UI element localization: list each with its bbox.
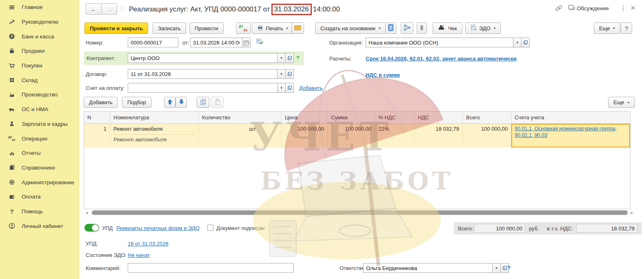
cell-total[interactable]: 100 000,00 [463, 124, 511, 147]
contract-input[interactable] [128, 69, 278, 79]
sidebar-item-purchases[interactable]: Покупки [0, 58, 79, 73]
number-input[interactable] [128, 38, 178, 47]
sidebar-item-reports[interactable]: Отчеты [0, 146, 79, 161]
post-button[interactable]: Провести [189, 22, 224, 34]
scroll-right-icon[interactable]: ► [630, 211, 634, 215]
column-header[interactable]: НДС [415, 112, 463, 123]
account-icon [7, 223, 16, 229]
counterparty-help-icon[interactable]: ? [296, 55, 300, 61]
sidebar-item-bank-cash[interactable]: Банк и касса [0, 29, 79, 44]
set-posting-time-icon[interactable] [256, 38, 263, 46]
sidebar-item-salary-hr[interactable]: Зарплата и кадры [0, 117, 79, 132]
open-icon[interactable] [286, 53, 294, 63]
sidebar-item-help[interactable]: ? Помощь [0, 204, 79, 219]
responsible-help-icon[interactable]: ? [507, 265, 511, 271]
scrollbar-thumb[interactable] [92, 210, 628, 215]
invoice-add-link[interactable]: Добавить [299, 85, 322, 91]
forward-button[interactable]: → [101, 3, 117, 15]
cell-nomenclature[interactable]: Ремонт автомобиля Ремонт автомобиля [110, 124, 199, 147]
open-icon[interactable] [286, 69, 294, 79]
vat-mode-link[interactable]: НДС в сумме [366, 72, 400, 78]
discussion-label[interactable]: Обсуждение [577, 5, 609, 11]
nomenclature-name[interactable]: Ремонт автомобиля [113, 126, 195, 135]
chevron-down-icon[interactable]: ▾ [278, 83, 286, 93]
more-menu-icon[interactable]: ⋮ [620, 4, 626, 12]
sidebar-item-personal-account[interactable]: Личный кабинет [0, 219, 79, 233]
print-forms-requisites-link[interactable]: Реквизиты печатных форм и ЭДО [116, 225, 200, 231]
more-button[interactable]: Еще▾ [594, 22, 620, 34]
open-icon[interactable] [286, 83, 294, 93]
cell-amount[interactable]: 100 000,00 [328, 124, 375, 147]
settlements-link[interactable]: Срок 16.04.2026, 62.01, 62.02, зачет ава… [366, 56, 517, 62]
edo-button[interactable]: ЭДО▾ [465, 22, 501, 34]
column-header[interactable]: Всего [463, 112, 511, 123]
sidebar-item-sales[interactable]: Продажи [0, 44, 79, 58]
cell-line-number[interactable]: 1 [84, 124, 110, 147]
chevron-down-icon[interactable]: ▾ [493, 263, 501, 273]
sidebar-item-administration[interactable]: Администрирование [0, 175, 79, 190]
counterparty-input[interactable] [128, 53, 278, 63]
chevron-down-icon[interactable]: ▾ [278, 69, 286, 79]
column-header[interactable]: Сумма [328, 112, 375, 123]
sidebar-item-main[interactable]: Главное [0, 0, 79, 15]
scroll-left-icon[interactable]: ◄ [85, 211, 89, 215]
upd-toggle[interactable] [84, 224, 99, 232]
document-signed-checkbox[interactable] [207, 225, 213, 231]
copy-button[interactable] [197, 97, 209, 108]
help-button[interactable]: ? [621, 22, 632, 34]
print-button[interactable]: Печать▾ [252, 22, 293, 34]
back-button[interactable]: ← [86, 3, 102, 15]
sidebar-item-warehouse[interactable]: Склад [0, 73, 79, 87]
row-pick-button[interactable]: Подбор [122, 97, 151, 108]
email-button[interactable] [291, 22, 304, 34]
open-icon[interactable] [522, 38, 530, 47]
comment-input[interactable] [128, 263, 294, 273]
chevron-down-icon[interactable]: ▾ [278, 53, 286, 63]
sidebar-item-fixed-assets[interactable]: ОС и НМА [0, 102, 79, 117]
column-header[interactable]: N [84, 112, 110, 123]
column-header[interactable]: Номенклатура [110, 112, 199, 123]
post-and-close-button[interactable]: Провести и закрыть [84, 22, 148, 34]
favorite-star-icon[interactable]: ☆ [119, 4, 126, 13]
move-up-button[interactable] [164, 97, 175, 108]
discussion-icon[interactable] [568, 5, 576, 13]
create-based-on-button[interactable]: Создать на основании▾ [315, 22, 386, 34]
close-icon[interactable]: × [631, 3, 635, 13]
column-header[interactable]: Количество [199, 112, 282, 123]
sidebar-item-production[interactable]: Производство [0, 87, 79, 102]
cell-accounts[interactable]: 90.01.1, Основная номенклатурная группа,… [511, 124, 630, 147]
cell-price[interactable]: 100 000,00 [282, 124, 328, 147]
row-add-button[interactable]: Добавить [84, 97, 118, 108]
organization-input[interactable] [366, 38, 513, 47]
calendar-icon[interactable] [242, 38, 251, 47]
column-header[interactable]: Счета учета [511, 112, 630, 123]
upd-document-link[interactable]: 16 от 31.03.2026 [128, 241, 169, 247]
receipt-button[interactable]: Чек [433, 22, 462, 34]
sidebar-item-directories[interactable]: Справочники [0, 161, 79, 175]
chevron-down-icon[interactable]: ▾ [513, 38, 522, 47]
table-row[interactable]: 1 Ремонт автомобиля Ремонт автомобиля шт… [84, 124, 630, 147]
invoice-input[interactable] [128, 83, 278, 93]
rows-more-button[interactable]: Еще▾ [608, 97, 635, 108]
cell-unit[interactable]: шт [199, 124, 282, 147]
column-header[interactable]: % НДС [375, 112, 415, 123]
link-icon[interactable] [555, 5, 563, 13]
column-header[interactable]: Цена [282, 112, 328, 123]
responsible-input[interactable] [363, 263, 493, 273]
cell-vat-amount[interactable]: 18 032,79 [415, 124, 463, 147]
related-list-button[interactable] [385, 22, 396, 34]
dt-kt-button[interactable]: ДтКт [236, 22, 251, 34]
save-button[interactable]: Записать [153, 22, 186, 34]
document-structure-button[interactable] [401, 22, 413, 34]
move-down-button[interactable] [175, 97, 187, 108]
edo-state-link[interactable]: Не начат [128, 252, 150, 258]
sidebar-item-manager[interactable]: Руководителю [0, 15, 79, 29]
sidebar-item-operations[interactable]: ДтКт Операции [0, 131, 79, 146]
attachments-button[interactable] [417, 22, 427, 34]
date-input[interactable] [190, 38, 242, 47]
nomenclature-content[interactable]: Ремонт автомобиля [113, 136, 195, 143]
cell-vat-rate[interactable]: 22% [375, 124, 415, 147]
accounts-link[interactable]: 90.01.1, Основная номенклатурная группа,… [515, 126, 617, 138]
sidebar-item-payment[interactable]: Оплата [0, 190, 79, 204]
paste-button[interactable] [211, 97, 224, 108]
